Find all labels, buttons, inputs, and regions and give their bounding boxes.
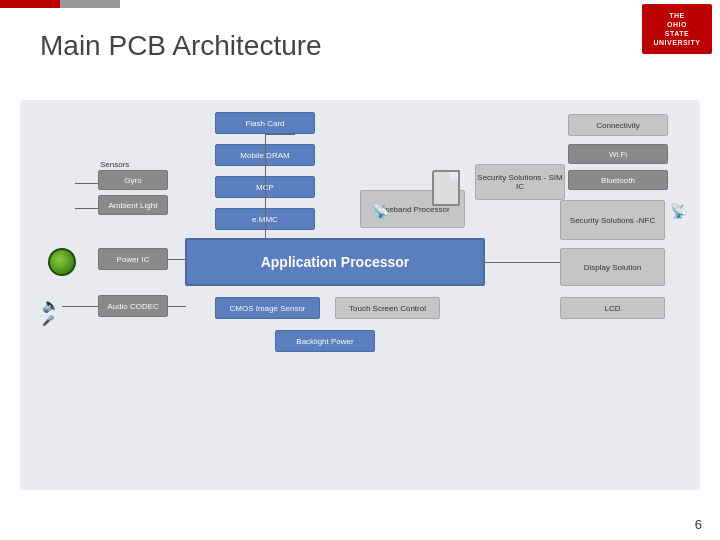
connector-left-1	[75, 183, 98, 184]
gyro-box: Gyro	[98, 170, 168, 190]
cmos-image-sensor-box: CMOS Image Sensor	[215, 297, 320, 319]
antenna-right: 📡	[670, 203, 687, 219]
audio-codec-box: Audio CODEC	[98, 295, 168, 317]
page-number: 6	[695, 517, 702, 532]
line-ap-bb	[485, 262, 560, 263]
line-power-ap	[168, 259, 186, 260]
osu-logo: THEOHIOSTATEUNIVERSITY	[642, 4, 712, 54]
line-mem-column	[265, 134, 266, 238]
connector-speaker	[62, 306, 98, 307]
backlight-box: Backlight Power	[275, 330, 375, 352]
connectivity-box: Connectivity	[568, 114, 668, 136]
page-title: Main PCB Architecture	[40, 30, 322, 62]
bluetooth-box: Bluetooth	[568, 170, 668, 190]
sensors-label: Sensors	[100, 160, 129, 169]
application-processor-box: Application Processor	[185, 238, 485, 286]
diagram-area: Flash Card Mobile DRAM MCP e.MMC Sensors…	[20, 100, 700, 490]
top-bar-red	[0, 0, 60, 8]
sim-icon	[432, 170, 460, 206]
lcd-box: LCD	[560, 297, 665, 319]
logo-text: THEOHIOSTATEUNIVERSITY	[653, 11, 700, 47]
touch-screen-box: Touch Screen Control	[335, 297, 440, 319]
ambient-light-box: Ambient Light	[98, 195, 168, 215]
line-flash-connect	[265, 134, 295, 135]
line-audio-ap	[168, 306, 186, 307]
flash-card-box: Flash Card	[215, 112, 315, 134]
security-solutions-sim-box: Security Solutions - SIM IC	[475, 164, 565, 200]
security-solutions-nfc-box: Security Solutions -NFC	[560, 200, 665, 240]
top-bar-gray	[60, 0, 120, 8]
speaker-icon: 🔈	[42, 297, 59, 313]
connector-left-2	[75, 208, 98, 209]
display-solution-box: Display Solution	[560, 248, 665, 286]
power-ic-box: Power IC	[98, 248, 168, 270]
wifi-box: Wi.Fi	[568, 144, 668, 164]
green-circle	[48, 248, 76, 276]
mic-icon: 🎤	[42, 315, 54, 326]
antenna-left: 📡	[372, 203, 389, 219]
